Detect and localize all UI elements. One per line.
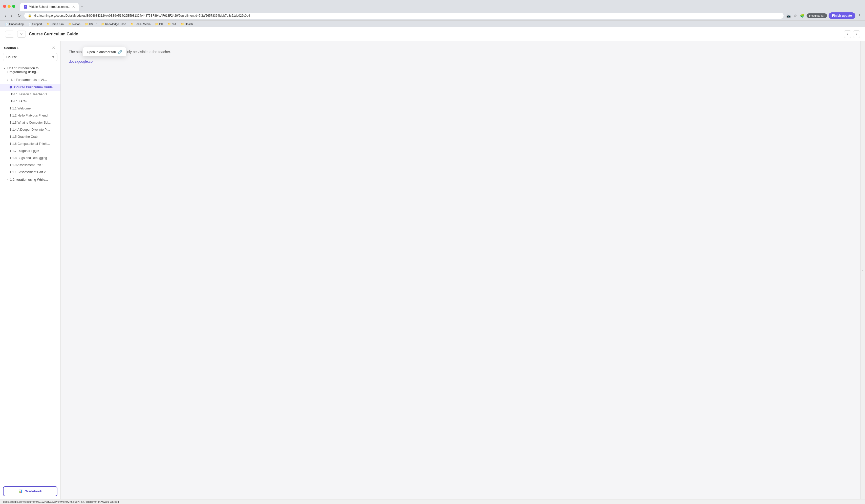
bookmark-folder-icon: 📁 <box>181 23 184 25</box>
bookmark-social-media[interactable]: 📁 Social Media <box>128 22 152 26</box>
sidebar-list: ▾ Unit 1: Introduction to Programming us… <box>0 64 60 483</box>
traffic-light-close[interactable] <box>3 5 6 8</box>
nav-back-btn[interactable]: ‹ <box>3 12 7 19</box>
bookmark-label: PD <box>159 23 163 25</box>
bookmark-na[interactable]: 📁 N/A <box>166 22 178 26</box>
sidebar-item-1-1-3[interactable]: 1.1.3 What is Computer Sci... <box>0 119 60 126</box>
panel-close-button[interactable]: ✕ <box>17 31 26 38</box>
sidebar-item-unit1-teacher[interactable]: Unit 1 Lesson 1 Teacher G... <box>0 91 60 98</box>
unit1-label: Unit 1: Introduction to Programming usin… <box>7 66 56 74</box>
bookmark-onboarding[interactable]: 📄 Onboarding <box>3 22 26 26</box>
content-partial-before: The atta <box>69 50 82 54</box>
gradebook-button[interactable]: 📊 Gradebook <box>3 486 57 496</box>
bookmark-pd[interactable]: 📁 PD <box>153 22 165 26</box>
nav-refresh-btn[interactable]: ↻ <box>16 12 22 19</box>
lesson-label: 1.1.10 Assessment Part 2 <box>10 171 46 174</box>
sidebar-item-iteration[interactable]: › 1.2 Iteration using While... <box>0 176 60 184</box>
bookmark-label: Support <box>32 23 42 25</box>
sidebar-item-1-1-7[interactable]: 1.1.7 Diagonal Eggs! <box>0 148 60 154</box>
tab-title: Middle School Introduction to... <box>29 5 71 9</box>
active-lesson-dot <box>10 86 12 89</box>
bookmark-support[interactable]: 📄 Support <box>26 22 44 26</box>
tab-bar: K Middle School Introduction to... ✕ + <box>17 3 88 11</box>
active-tab[interactable]: K Middle School Introduction to... ✕ <box>20 3 79 11</box>
incognito-badge[interactable]: Incognito (3) <box>807 13 827 18</box>
browser-chrome: K Middle School Introduction to... ✕ + ⋮… <box>0 0 865 27</box>
sidebar-item-unit1-faqs[interactable]: Unit 1 FAQs <box>0 98 60 105</box>
gradebook-icon: 📊 <box>19 489 23 493</box>
app-container: Section 1 ✕ Course ▾ ▾ Unit 1: Introduct… <box>0 41 865 499</box>
sidebar-item-1-1-1[interactable]: 1.1.1 Welcome! <box>0 105 60 112</box>
sidebar-item-1-1-6[interactable]: 1.1.6 Computational Thinki... <box>0 140 60 148</box>
bookmark-label: CSEP <box>89 23 96 25</box>
traffic-light-fullscreen[interactable] <box>12 5 15 8</box>
status-url: docs.google.com/document/d/1v2ApKEeZWSvM… <box>3 500 119 503</box>
nav-bar: ‹ › ↻ 🔒 kira-learning.org/courseDetail/M… <box>0 11 865 21</box>
panel-prev-button[interactable]: ‹ <box>844 30 851 38</box>
collapse-chevron-icon: ‹ <box>863 268 864 272</box>
traffic-light-minimize[interactable] <box>8 5 11 8</box>
chrome-menu-dots-icon[interactable]: ⋮ <box>857 13 862 19</box>
sidebar-item-1-1-8[interactable]: 1.1.8 Bugs and Debugging <box>0 154 60 162</box>
chrome-menu-icon[interactable]: ⋮ <box>854 3 862 10</box>
iteration-label: 1.2 Iteration using While... <box>10 178 48 181</box>
panel-title: Course Curriculum Guide <box>29 32 841 36</box>
bookmark-folder-icon: 📁 <box>68 23 71 25</box>
nav-forward-btn[interactable]: › <box>9 12 14 19</box>
lesson-label: Unit 1 FAQs <box>10 99 26 103</box>
content-area: The atta Open in another tab 🔗 nly be vi… <box>61 41 861 499</box>
bookmark-label: Knowledge Base <box>105 23 126 25</box>
bookmark-notion[interactable]: 📁 Notion <box>66 22 82 26</box>
content-partial-after: nly be visible to the teacher. <box>127 50 171 54</box>
unit1-chevron-icon: ▾ <box>4 67 5 70</box>
panel-back-button[interactable]: ← <box>5 31 14 38</box>
docs-google-link[interactable]: docs.google.com <box>69 59 96 63</box>
bookmark-label: Onboarding <box>9 23 24 25</box>
sidebar-item-fundamentals[interactable]: ▾ 1.1 Fundamentals of AI... <box>0 76 60 84</box>
docs-link-container: docs.google.com <box>69 59 852 63</box>
sidebar-item-1-1-5[interactable]: 1.1.5 Grab the Crab! <box>0 133 60 140</box>
new-tab-button[interactable]: + <box>79 3 85 11</box>
link-icon: 🔗 <box>118 50 122 54</box>
sidebar-section-header: Section 1 ✕ <box>0 41 60 53</box>
bookmark-camp-kira[interactable]: 📁 Camp Kira <box>45 22 66 26</box>
open-in-tab-popup[interactable]: Open in another tab 🔗 <box>83 47 126 56</box>
lock-icon: 🔒 <box>28 14 32 17</box>
extensions-icon[interactable]: 🧩 <box>799 13 805 19</box>
lesson-label: 1.1.2 Hello Platypus Friend! <box>10 114 48 117</box>
lesson-label: 1.1.5 Grab the Crab! <box>10 135 38 139</box>
sidebar-item-1-1-2[interactable]: 1.1.2 Hello Platypus Friend! <box>0 112 60 119</box>
bookmark-star-icon[interactable]: ☆ <box>793 13 798 19</box>
sidebar-dropdown: Course ▾ <box>3 53 57 61</box>
iteration-chevron-icon: › <box>6 179 9 180</box>
traffic-lights <box>3 5 15 8</box>
lesson-label: 1.1.9 Assessment Part 1 <box>10 163 44 167</box>
bookmark-label: Social Media <box>135 23 150 25</box>
bookmark-folder-icon: 📁 <box>47 23 49 25</box>
bookmark-health[interactable]: 📁 Health <box>179 22 195 26</box>
sidebar-close-button[interactable]: ✕ <box>50 45 56 51</box>
sidebar-item-1-1-10[interactable]: 1.1.10 Assessment Part 2 <box>0 168 60 176</box>
bookmark-label: N/A <box>172 23 176 25</box>
bookmark-knowledge-base[interactable]: 📁 Knowledge Base <box>99 22 128 26</box>
sidebar-dropdown-value: Course <box>6 55 17 59</box>
bookmark-folder-icon: 📁 <box>155 23 158 25</box>
bookmark-label: Camp Kira <box>50 23 64 25</box>
status-bar: docs.google.com/document/d/1v2ApKEeZWSvM… <box>0 499 865 504</box>
bookmark-csep[interactable]: 📁 CSEP <box>83 22 99 26</box>
sidebar-item-1-1-4[interactable]: 1.1.4 A Deeper Dive into Pl... <box>0 126 60 133</box>
sidebar-item-course-curriculum[interactable]: Course Curriculum Guide <box>0 84 60 91</box>
sidebar-item-unit1[interactable]: ▾ Unit 1: Introduction to Programming us… <box>0 64 60 76</box>
right-collapse-handle[interactable]: ‹ <box>861 41 865 499</box>
panel-next-button[interactable]: › <box>853 30 860 38</box>
content-text: The atta Open in another tab 🔗 nly be vi… <box>69 47 852 56</box>
tab-close-btn[interactable]: ✕ <box>72 5 75 9</box>
sidebar: Section 1 ✕ Course ▾ ▾ Unit 1: Introduct… <box>0 41 61 499</box>
sidebar-dropdown-button[interactable]: Course ▾ <box>3 53 57 61</box>
sidebar-item-1-1-9[interactable]: 1.1.9 Assessment Part 1 <box>0 162 60 168</box>
finish-update-button[interactable]: Finish update <box>829 12 855 19</box>
address-bar[interactable]: 🔒 kira-learning.org/courseDetail/Modules… <box>24 13 784 19</box>
camera-off-icon[interactable]: 📷 <box>786 13 792 19</box>
sidebar-dropdown-chevron: ▾ <box>53 55 54 59</box>
panel-right-buttons: ‹ › <box>844 30 860 38</box>
